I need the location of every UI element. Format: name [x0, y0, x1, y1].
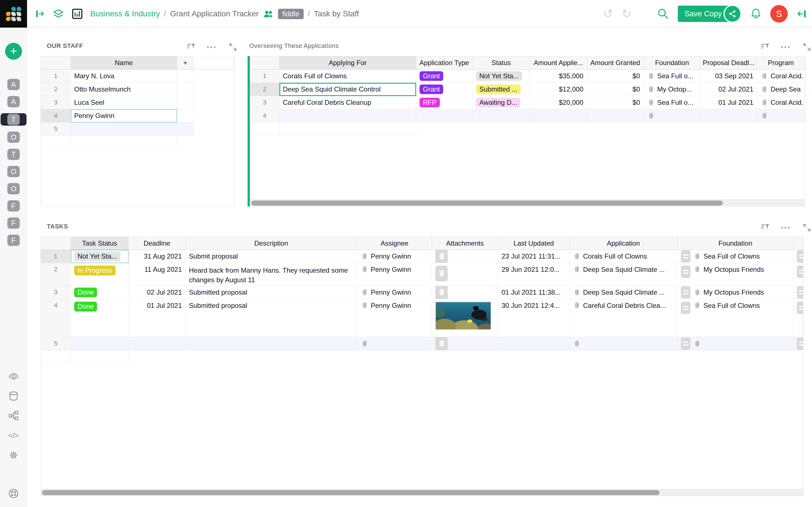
open-left-panel-icon[interactable]: [35, 8, 45, 19]
row-number[interactable]: 2: [41, 83, 71, 96]
status-cell[interactable]: Not Yet Sta...: [472, 69, 530, 83]
reference-card-icon[interactable]: [797, 266, 803, 278]
row-number[interactable]: 3: [250, 96, 280, 109]
undo-icon[interactable]: ↺: [603, 8, 613, 20]
overflow-cell[interactable]: [794, 299, 803, 337]
widget-menu-icon[interactable]: •••: [207, 44, 217, 50]
description-cell[interactable]: Submit proposal: [186, 250, 357, 263]
program-cell[interactable]: Coral Acid.: [757, 96, 805, 109]
empty-cell[interactable]: [530, 109, 587, 122]
add-page-button[interactable]: +: [5, 43, 22, 60]
sidebar-page-a2[interactable]: A: [0, 96, 27, 107]
column-header-last-updated[interactable]: Last Updated: [498, 237, 569, 250]
proposal-deadline-cell[interactable]: 02 Jul 2021: [701, 83, 757, 96]
reference-card-icon[interactable]: [681, 302, 691, 314]
reference-card-icon[interactable]: [797, 250, 803, 263]
reference-card-icon[interactable]: [797, 286, 803, 298]
column-header-attachments[interactable]: Attachments: [432, 237, 498, 250]
row-number[interactable]: 1: [250, 69, 280, 83]
help-lifebuoy-icon[interactable]: [8, 488, 19, 499]
new-record-cell[interactable]: [71, 122, 177, 136]
user-avatar[interactable]: S: [770, 5, 788, 22]
foundation-cell[interactable]: My Octopus Friends: [677, 286, 794, 299]
raw-data-icon[interactable]: [8, 390, 19, 402]
last-updated-cell[interactable]: 23 Jul 2021 11:31...: [498, 250, 569, 263]
sidebar-page-t2[interactable]: T: [0, 149, 27, 160]
settings-gear-icon[interactable]: [8, 450, 19, 461]
foundation-cell[interactable]: Sea Full o...: [644, 96, 701, 109]
row-number[interactable]: 3: [41, 286, 71, 299]
column-header-proposal-deadline[interactable]: Proposal Deadl...: [701, 56, 757, 69]
sidebar-page-task-by-staff[interactable]: T: [1, 113, 27, 126]
foundation-cell[interactable]: My Octopus Friends: [677, 263, 794, 286]
name-cell[interactable]: Luca Seel: [71, 96, 177, 109]
sort-filter-icon[interactable]: [186, 42, 196, 52]
amount-granted-cell[interactable]: $0: [587, 83, 644, 96]
expand-widget-icon[interactable]: [802, 223, 811, 232]
search-icon[interactable]: [657, 8, 669, 20]
overflow-cell[interactable]: [794, 250, 803, 263]
foundation-cell[interactable]: Sea Full o...: [644, 69, 701, 83]
program-cell[interactable]: Deep Sea: [757, 83, 805, 96]
empty-cell[interactable]: [177, 69, 194, 83]
program-cell[interactable]: Coral Acid.: [757, 69, 805, 83]
add-column-button[interactable]: +: [177, 56, 194, 69]
amount-applied-cell[interactable]: $35,000: [530, 69, 587, 83]
application-cell[interactable]: Careful Coral Debris Clea...: [569, 299, 677, 337]
corner-header[interactable]: [41, 237, 71, 250]
amount-granted-cell[interactable]: $0: [587, 69, 644, 83]
breadcrumb-doc-title[interactable]: Grant Application Tracker: [170, 9, 259, 18]
expand-widget-icon[interactable]: [229, 43, 238, 52]
attachments-cell[interactable]: [432, 299, 498, 337]
status-cell[interactable]: Submitted ...: [472, 83, 530, 96]
attachments-cell[interactable]: [432, 263, 498, 286]
row-number[interactable]: 5: [41, 122, 71, 136]
assignee-cell[interactable]: Penny Gwinn: [357, 299, 432, 337]
document-structure-icon[interactable]: [8, 410, 19, 421]
sidebar-page-f2[interactable]: F: [0, 217, 27, 229]
empty-cell[interactable]: [472, 109, 530, 122]
task-status-cell[interactable]: Done: [71, 286, 129, 299]
expand-widget-icon[interactable]: [802, 43, 811, 52]
deadline-cell[interactable]: 11 Aug 2021: [129, 263, 186, 286]
empty-cell[interactable]: [498, 337, 569, 350]
assignee-cell[interactable]: Penny Gwinn: [357, 286, 432, 299]
column-header-assignee[interactable]: Assignee: [357, 237, 432, 250]
sort-filter-icon[interactable]: [760, 223, 770, 232]
row-number[interactable]: 2: [250, 83, 280, 96]
sidebar-page-o1[interactable]: O: [0, 131, 27, 143]
sort-filter-icon[interactable]: [760, 42, 770, 52]
column-header-program[interactable]: Program: [757, 56, 805, 69]
overflow-cell[interactable]: [794, 286, 803, 299]
empty-cell[interactable]: [177, 122, 194, 136]
collapse-right-panel-icon[interactable]: [796, 8, 808, 19]
row-number[interactable]: 3: [41, 96, 71, 109]
task-status-cell[interactable]: In Progress: [71, 263, 129, 286]
doc-chart-icon[interactable]: [71, 8, 83, 19]
applications-widget-title[interactable]: Overseeing These Applications: [249, 42, 339, 50]
empty-cell[interactable]: [186, 337, 357, 350]
last-updated-cell[interactable]: 29 Jun 2021 12:0...: [498, 263, 569, 286]
column-header-application[interactable]: Application: [569, 237, 677, 250]
application-cell[interactable]: Corals Full of Clowns: [569, 250, 677, 263]
scrollbar-thumb[interactable]: [251, 201, 723, 206]
view-eye-icon[interactable]: [8, 371, 19, 382]
horizontal-scrollbar[interactable]: [41, 489, 803, 496]
deadline-cell[interactable]: 02 Jul 2021: [129, 286, 186, 299]
reference-card-icon[interactable]: [681, 266, 691, 278]
attachment-photo-scuba-diver[interactable]: [435, 302, 491, 330]
description-cell[interactable]: Heard back from Manny Hans. They request…: [186, 263, 357, 286]
applying-for-cell[interactable]: Corals Full of Clowns: [280, 69, 416, 83]
reference-card-icon[interactable]: [797, 302, 803, 314]
task-status-cell-cursor[interactable]: Not Yet Sta...: [71, 250, 129, 263]
column-header-foundation[interactable]: Foundation: [644, 56, 701, 69]
empty-cell[interactable]: [677, 337, 794, 350]
attachments-cell[interactable]: [432, 250, 498, 263]
deadline-cell[interactable]: 01 Jul 2021: [129, 299, 186, 337]
name-cell[interactable]: Otto Musselmunch: [71, 83, 177, 96]
proposal-deadline-cell[interactable]: 03 Sep 2021: [701, 69, 757, 83]
corner-header[interactable]: [41, 56, 71, 69]
reference-card-icon[interactable]: [681, 286, 691, 298]
row-number[interactable]: 1: [41, 69, 71, 83]
overflow-cell[interactable]: [794, 263, 803, 286]
